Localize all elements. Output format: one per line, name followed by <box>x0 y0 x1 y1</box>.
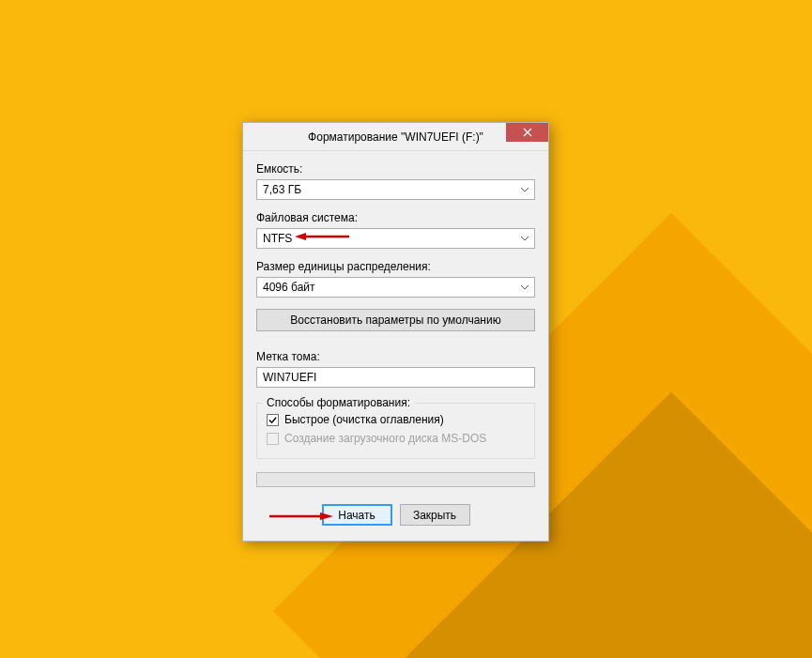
close-dialog-button[interactable]: Закрыть <box>400 504 470 526</box>
volume-label-label: Метка тома: <box>256 350 535 363</box>
annotation-arrow-filesystem <box>295 232 351 241</box>
allocation-label: Размер единицы распределения: <box>256 260 535 273</box>
progress-bar <box>256 472 535 487</box>
filesystem-label: Файловая система: <box>256 211 535 224</box>
msdos-boot-label: Создание загрузочного диска MS-DOS <box>284 432 486 445</box>
dialog-content: Емкость: 7,63 ГБ Файловая система: NTFS … <box>243 151 548 541</box>
format-dialog: Форматирование "WIN7UEFI (F:)" Емкость: … <box>242 122 549 542</box>
volume-label-input[interactable] <box>256 367 535 388</box>
msdos-boot-checkbox <box>267 433 279 445</box>
annotation-arrow-start <box>268 512 333 521</box>
quick-format-checkbox[interactable] <box>267 414 279 426</box>
svg-marker-1 <box>295 233 306 240</box>
titlebar[interactable]: Форматирование "WIN7UEFI (F:)" <box>243 123 548 151</box>
svg-marker-3 <box>320 513 333 520</box>
capacity-select[interactable]: 7,63 ГБ <box>256 179 535 200</box>
allocation-value: 4096 байт <box>263 281 315 294</box>
close-button[interactable] <box>506 123 548 142</box>
quick-format-row: Быстрое (очистка оглавления) <box>267 413 525 426</box>
allocation-select[interactable]: 4096 байт <box>256 277 535 298</box>
window-title: Форматирование "WIN7UEFI (F:)" <box>308 130 483 144</box>
format-options-title: Способы форматирования: <box>263 396 414 409</box>
close-icon <box>523 128 532 137</box>
capacity-label: Емкость: <box>256 162 535 176</box>
msdos-boot-row: Создание загрузочного диска MS-DOS <box>267 432 525 445</box>
filesystem-value: NTFS <box>263 232 292 245</box>
quick-format-label: Быстрое (очистка оглавления) <box>284 413 444 426</box>
format-options-group: Способы форматирования: Быстрое (очистка… <box>256 403 535 459</box>
restore-defaults-button[interactable]: Восстановить параметры по умолчанию <box>256 309 535 331</box>
capacity-value: 7,63 ГБ <box>263 183 301 196</box>
